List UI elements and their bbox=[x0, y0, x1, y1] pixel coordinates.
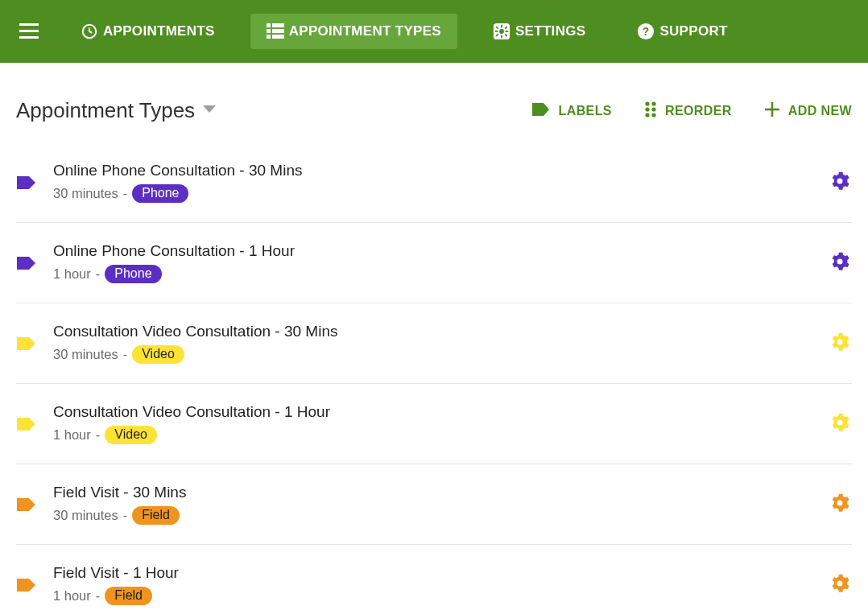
category-tag-icon bbox=[16, 497, 37, 513]
row-subtitle: 1 hour - Field bbox=[53, 587, 812, 605]
category-badge: Phone bbox=[105, 265, 161, 283]
row-main: Field Visit - 30 Mins 30 minutes - Field bbox=[53, 484, 812, 525]
gear-icon bbox=[830, 252, 849, 274]
row-duration: 1 hour bbox=[53, 266, 91, 282]
row-settings-button[interactable] bbox=[828, 574, 852, 596]
page-actions: LABELS REORDER ADD NEW bbox=[531, 101, 852, 122]
row-subtitle: 30 minutes - Phone bbox=[53, 184, 812, 203]
nav-support[interactable]: ? SUPPORT bbox=[621, 13, 743, 50]
page-header: Appointment Types LABELS REORDER ADD NEW bbox=[0, 63, 868, 142]
svg-rect-4 bbox=[267, 23, 271, 27]
category-tag-icon bbox=[16, 255, 37, 271]
help-icon: ? bbox=[637, 23, 655, 40]
category-tag-icon bbox=[16, 416, 37, 432]
nav-label: SETTINGS bbox=[515, 23, 585, 39]
svg-rect-2 bbox=[19, 36, 39, 39]
row-subtitle: 30 minutes - Field bbox=[53, 506, 812, 525]
svg-rect-6 bbox=[267, 29, 271, 33]
svg-rect-5 bbox=[272, 23, 284, 27]
separator: - bbox=[123, 508, 128, 523]
row-settings-button[interactable] bbox=[828, 493, 852, 516]
settings-badge-icon bbox=[493, 23, 510, 40]
row-duration: 30 minutes bbox=[53, 508, 118, 523]
row-title: Field Visit - 1 Hour bbox=[53, 564, 812, 582]
row-main: Field Visit - 1 Hour 1 hour - Field bbox=[53, 564, 812, 605]
clock-icon bbox=[81, 23, 98, 40]
svg-rect-12 bbox=[501, 25, 502, 28]
separator: - bbox=[96, 266, 101, 282]
reorder-button[interactable]: REORDER bbox=[644, 101, 732, 122]
category-tag-icon bbox=[16, 577, 37, 593]
nav-label: APPOINTMENT TYPES bbox=[289, 23, 441, 39]
svg-rect-7 bbox=[272, 29, 284, 33]
category-badge: Video bbox=[105, 426, 157, 444]
category-badge: Video bbox=[132, 345, 184, 364]
nav-label: APPOINTMENTS bbox=[103, 23, 215, 39]
appointment-type-row[interactable]: Online Phone Consultation - 1 Hour 1 hou… bbox=[16, 223, 852, 303]
svg-rect-13 bbox=[501, 35, 502, 39]
appointment-type-row[interactable]: Field Visit - 30 Mins 30 minutes - Field bbox=[16, 464, 852, 545]
svg-point-22 bbox=[645, 101, 649, 105]
hamburger-icon bbox=[19, 23, 39, 39]
page-title-dropdown[interactable]: Appointment Types bbox=[16, 98, 217, 123]
drag-handle-icon bbox=[644, 101, 657, 122]
gear-icon bbox=[830, 171, 849, 194]
add-new-button[interactable]: ADD NEW bbox=[764, 101, 852, 121]
menu-button[interactable] bbox=[11, 14, 47, 49]
category-tag-icon bbox=[16, 175, 37, 191]
row-main: Consultation Video Consultation - 30 Min… bbox=[53, 323, 812, 364]
separator: - bbox=[96, 588, 101, 604]
row-duration: 30 minutes bbox=[53, 186, 118, 201]
row-settings-button[interactable] bbox=[828, 252, 852, 274]
appointment-type-row[interactable]: Consultation Video Consultation - 30 Min… bbox=[16, 303, 852, 384]
chevron-down-icon bbox=[201, 104, 217, 118]
svg-rect-0 bbox=[19, 23, 39, 26]
svg-rect-8 bbox=[267, 35, 271, 39]
list-icon bbox=[267, 23, 284, 39]
appointment-type-row[interactable]: Consultation Video Consultation - 1 Hour… bbox=[16, 384, 852, 464]
separator: - bbox=[96, 427, 101, 443]
svg-point-25 bbox=[651, 107, 655, 111]
category-badge: Field bbox=[105, 587, 152, 605]
row-main: Online Phone Consultation - 1 Hour 1 hou… bbox=[53, 242, 812, 283]
row-title: Field Visit - 30 Mins bbox=[53, 484, 812, 501]
row-duration: 1 hour bbox=[53, 588, 91, 604]
svg-point-24 bbox=[645, 107, 649, 111]
separator: - bbox=[123, 186, 128, 201]
row-settings-button[interactable] bbox=[828, 413, 852, 435]
svg-rect-1 bbox=[19, 30, 39, 32]
svg-point-26 bbox=[645, 113, 649, 117]
row-title: Consultation Video Consultation - 1 Hour bbox=[53, 403, 812, 421]
gear-icon bbox=[830, 413, 849, 435]
row-duration: 1 hour bbox=[53, 427, 91, 443]
page-title: Appointment Types bbox=[16, 98, 195, 123]
svg-rect-14 bbox=[495, 31, 498, 32]
appointment-type-row[interactable]: Online Phone Consultation - 30 Mins 30 m… bbox=[16, 142, 852, 223]
svg-text:?: ? bbox=[643, 26, 650, 38]
svg-rect-9 bbox=[272, 35, 284, 39]
row-title: Online Phone Consultation - 30 Mins bbox=[53, 162, 812, 179]
appointment-type-list: Online Phone Consultation - 30 Mins 30 m… bbox=[0, 142, 868, 610]
gear-icon bbox=[830, 574, 849, 596]
plus-icon bbox=[764, 101, 780, 121]
top-navbar: APPOINTMENTS APPOINTMENT TYPES SETTINGS … bbox=[0, 0, 868, 63]
svg-point-23 bbox=[651, 101, 655, 105]
row-title: Consultation Video Consultation - 30 Min… bbox=[53, 323, 812, 340]
row-duration: 30 minutes bbox=[53, 347, 118, 362]
gear-icon bbox=[830, 493, 849, 516]
nav-settings[interactable]: SETTINGS bbox=[477, 13, 601, 50]
svg-point-27 bbox=[651, 113, 655, 117]
nav-appointment-types[interactable]: APPOINTMENT TYPES bbox=[250, 14, 457, 49]
appointment-type-row[interactable]: Field Visit - 1 Hour 1 hour - Field bbox=[16, 545, 852, 610]
svg-rect-15 bbox=[506, 31, 509, 32]
row-subtitle: 30 minutes - Video bbox=[53, 345, 812, 364]
row-settings-button[interactable] bbox=[828, 332, 852, 355]
category-tag-icon bbox=[16, 336, 37, 352]
labels-button[interactable]: LABELS bbox=[531, 101, 612, 121]
category-badge: Field bbox=[132, 506, 180, 525]
nav-appointments[interactable]: APPOINTMENTS bbox=[64, 13, 231, 50]
row-settings-button[interactable] bbox=[828, 171, 852, 194]
row-main: Consultation Video Consultation - 1 Hour… bbox=[53, 403, 812, 444]
action-label: ADD NEW bbox=[788, 104, 852, 118]
action-label: REORDER bbox=[665, 104, 732, 118]
